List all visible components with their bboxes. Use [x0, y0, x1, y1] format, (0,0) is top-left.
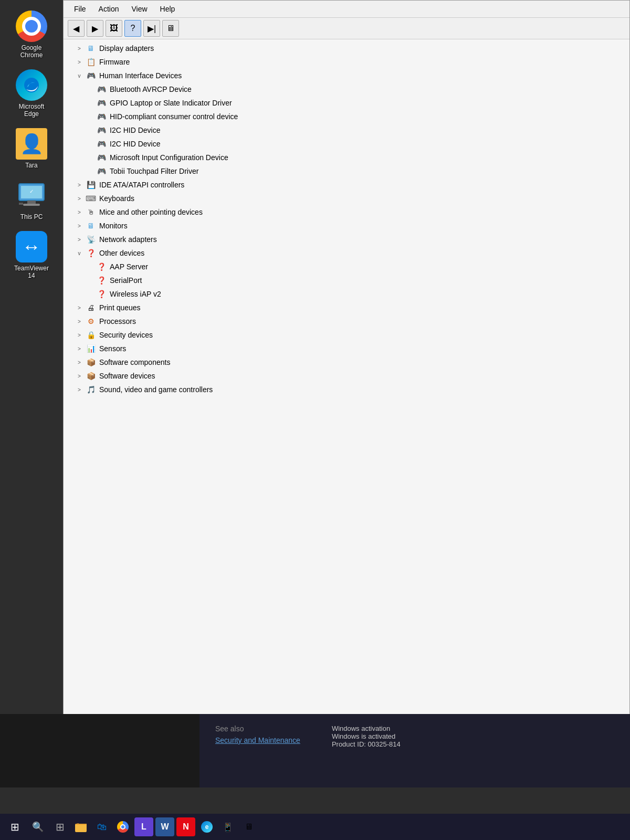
back-button[interactable]: ◀ [68, 20, 85, 37]
tree-item-keyboards[interactable]: > ⌨ Keyboards [64, 192, 629, 205]
expand-hid[interactable]: v [74, 73, 85, 79]
tara-label: Tara [25, 162, 37, 169]
monitor-button[interactable]: 🖥 [162, 20, 179, 37]
expand-software-devices[interactable]: > [74, 373, 85, 379]
teamviewer-label: TeamViewer 14 [10, 265, 52, 279]
taskbar-task-manager[interactable]: ⊞ [50, 817, 69, 836]
tree-item-network[interactable]: > 📡 Network adapters [64, 233, 629, 246]
desktop: Google Chrome Microsoft Edge 👤 Tara [0, 0, 630, 814]
tree-item-hid-compliant[interactable]: 🎮 HID-compliant consumer control device [64, 110, 629, 123]
expand-ide-ata[interactable]: > [74, 182, 85, 188]
tree-item-ide-ata[interactable]: > 💾 IDE ATA/ATAPI controllers [64, 178, 629, 192]
security-maintenance-link[interactable]: Security and Maintenance [215, 736, 300, 744]
google-chrome-icon[interactable]: Google Chrome [10, 10, 52, 59]
tree-item-serialport[interactable]: ❓ SerialPort [64, 274, 629, 287]
expand-network[interactable]: > [74, 237, 85, 243]
menu-help[interactable]: Help [154, 3, 182, 15]
menu-file[interactable]: File [68, 3, 92, 15]
tree-item-security[interactable]: > 🔒 Security devices [64, 328, 629, 342]
next-button[interactable]: ▶| [143, 20, 160, 37]
tree-item-i2c-hid-2[interactable]: 🎮 I2C HID Device [64, 137, 629, 151]
tree-item-software-components[interactable]: > 📦 Software components [64, 355, 629, 369]
menu-action[interactable]: Action [92, 3, 125, 15]
hid-label: Human Interface Devices [99, 71, 629, 80]
expand-display-adapters[interactable]: > [74, 46, 85, 51]
microsoft-edge-icon[interactable]: Microsoft Edge [10, 69, 52, 118]
i2c-hid-2-label: I2C HID Device [110, 140, 629, 148]
teamviewer-logo: ↔ [16, 231, 47, 262]
taskbar-word[interactable]: W [155, 817, 174, 836]
windows-activation-title: Windows activation [332, 724, 401, 732]
device-tree[interactable]: > 🖥 Display adapters > 📋 Firmware v 🎮 Hu… [64, 39, 629, 787]
software-devices-icon: 📦 [85, 371, 97, 381]
see-also-label: See also [215, 724, 300, 733]
tree-item-monitors[interactable]: > 🖥 Monitors [64, 219, 629, 233]
expand-firmware[interactable]: > [74, 59, 85, 65]
tree-item-print-queues[interactable]: > 🖨 Print queues [64, 301, 629, 314]
tree-item-bluetooth-avrcp[interactable]: 🎮 Bluetooth AVRCP Device [64, 82, 629, 96]
taskbar-chrome[interactable] [113, 817, 132, 836]
other-devices-icon: ❓ [85, 248, 97, 258]
tree-item-mice[interactable]: > 🖱 Mice and other pointing devices [64, 205, 629, 219]
tree-item-sensors[interactable]: > 📊 Sensors [64, 342, 629, 355]
taskbar-file-explorer[interactable] [71, 817, 90, 836]
serialport-icon: ❓ [95, 275, 108, 286]
tree-item-firmware[interactable]: > 📋 Firmware [64, 55, 629, 69]
processors-label: Processors [99, 317, 629, 326]
expand-other-devices[interactable]: v [74, 250, 85, 256]
tree-item-i2c-hid-1[interactable]: 🎮 I2C HID Device [64, 123, 629, 137]
taskbar-store[interactable]: 🛍 [92, 817, 111, 836]
forward-button[interactable]: ▶ [87, 20, 103, 37]
expand-software-components[interactable]: > [74, 360, 85, 365]
taskbar-phone[interactable]: 📱 [218, 817, 237, 836]
tree-item-display-adapters[interactable]: > 🖥 Display adapters [64, 41, 629, 55]
expand-monitors[interactable]: > [74, 223, 85, 229]
menu-bar: File Action View Help [64, 1, 629, 18]
tree-item-gpio[interactable]: 🎮 GPIO Laptop or Slate Indicator Driver [64, 96, 629, 110]
tree-item-wireless-iap[interactable]: ❓ Wireless iAP v2 [64, 287, 629, 301]
aap-server-icon: ❓ [95, 261, 108, 272]
tree-item-tobii[interactable]: 🎮 Tobii Touchpad Filter Driver [64, 164, 629, 178]
start-button[interactable]: ⊞ [4, 816, 25, 837]
tree-item-ms-input[interactable]: 🎮 Microsoft Input Configuration Device [64, 151, 629, 164]
expand-sensors[interactable]: > [74, 346, 85, 352]
processors-icon: ⚙ [85, 316, 97, 327]
tree-item-aap-server[interactable]: ❓ AAP Server [64, 260, 629, 274]
taskbar-remote[interactable]: 🖥 [239, 817, 258, 836]
product-id: Product ID: 00325-814 [332, 740, 401, 748]
taskbar-edge[interactable]: e [197, 817, 216, 836]
toolbar: ◀ ▶ 🖼 ? ▶| 🖥 [64, 18, 629, 39]
monitors-icon: 🖥 [85, 220, 97, 231]
bluetooth-avrcp-label: Bluetooth AVRCP Device [110, 85, 629, 93]
expand-sound-video[interactable]: > [74, 387, 85, 393]
tree-item-software-devices[interactable]: > 📦 Software devices [64, 369, 629, 383]
expand-processors[interactable]: > [74, 319, 85, 324]
bluetooth-avrcp-icon: 🎮 [95, 84, 108, 94]
mice-label: Mice and other pointing devices [99, 208, 629, 216]
edge-logo [16, 69, 47, 101]
ide-ata-label: IDE ATA/ATAPI controllers [99, 181, 629, 189]
hid-compliant-icon: 🎮 [95, 111, 108, 122]
network-label: Network adapters [99, 235, 629, 244]
taskbar-notepad[interactable]: L [134, 817, 153, 836]
bottom-right-panel: See also Security and Maintenance Window… [200, 714, 630, 788]
software-components-label: Software components [99, 358, 629, 366]
expand-mice[interactable]: > [74, 209, 85, 215]
tree-item-sound-video[interactable]: > 🎵 Sound, video and game controllers [64, 383, 629, 396]
tree-item-hid[interactable]: v 🎮 Human Interface Devices [64, 69, 629, 82]
tree-item-processors[interactable]: > ⚙ Processors [64, 314, 629, 328]
keyboards-icon: ⌨ [85, 193, 97, 204]
expand-print-queues[interactable]: > [74, 305, 85, 311]
teamviewer-icon[interactable]: ↔ TeamViewer 14 [10, 231, 52, 279]
help-button[interactable]: ? [124, 20, 141, 37]
menu-view[interactable]: View [125, 3, 153, 15]
expand-security[interactable]: > [74, 332, 85, 338]
expand-keyboards[interactable]: > [74, 196, 85, 202]
taskbar-netflix[interactable]: N [176, 817, 195, 836]
tara-icon[interactable]: 👤 Tara [10, 128, 52, 169]
taskbar-search[interactable]: 🔍 [27, 817, 48, 836]
properties-button[interactable]: 🖼 [106, 20, 122, 37]
keyboards-label: Keyboards [99, 194, 629, 203]
tree-item-other-devices[interactable]: v ❓ Other devices [64, 246, 629, 260]
this-pc-icon[interactable]: ✓ This PC [10, 180, 52, 220]
